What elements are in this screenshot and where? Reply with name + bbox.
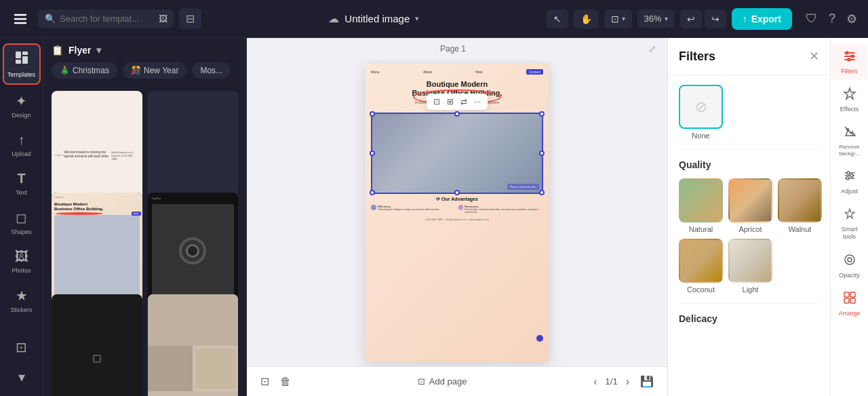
- filter-button[interactable]: ⊟: [179, 8, 201, 29]
- right-sidebar-adjust[interactable]: Adjust: [832, 163, 867, 200]
- prev-page-button[interactable]: ‹: [591, 373, 599, 391]
- search-bar[interactable]: 🔍 🖼: [38, 9, 174, 28]
- page-label: Page 1: [258, 44, 648, 54]
- grid-layout-button[interactable]: ⊞: [444, 96, 456, 108]
- svg-point-18: [847, 172, 850, 174]
- tag-new-year[interactable]: 🎊 New Year: [123, 62, 186, 79]
- svg-rect-6: [16, 60, 21, 64]
- filter-walnut[interactable]: Walnut: [778, 178, 822, 233]
- filters-close-button[interactable]: ✕: [809, 49, 819, 64]
- stickers-icon: ★: [16, 288, 28, 304]
- text-icon: T: [17, 171, 25, 186]
- canvas-footer: +123 456 7890 info@capcut.com www.capcut…: [371, 218, 543, 221]
- export-label: Export: [751, 14, 781, 24]
- expand-icon[interactable]: ⤢: [648, 43, 656, 54]
- svg-marker-13: [844, 88, 855, 99]
- template-card-5[interactable]: [52, 294, 142, 396]
- right-filters-label: Filters: [841, 68, 858, 75]
- frame-bottom-button[interactable]: ⊡: [258, 372, 272, 391]
- delete-button[interactable]: 🗑: [277, 372, 294, 391]
- upload-sidebar-icon: ↑: [18, 132, 25, 148]
- handle-bottom-left[interactable]: [370, 190, 375, 195]
- title-chevron[interactable]: ▾: [415, 14, 419, 23]
- new-year-label: New Year: [144, 66, 178, 75]
- tag-more[interactable]: Mos...: [192, 62, 231, 79]
- export-button[interactable]: ↑ Export: [732, 8, 792, 30]
- sidebar-item-templates[interactable]: Templates: [3, 43, 41, 85]
- flyer-label: Flyer: [68, 45, 91, 56]
- handle-middle-left[interactable]: [370, 151, 375, 156]
- next-page-button[interactable]: ›: [623, 373, 632, 391]
- search-input[interactable]: [60, 14, 155, 24]
- filters-right-icon: [843, 49, 856, 66]
- right-opacity-label: Opacity: [839, 272, 860, 279]
- right-sidebar-smart-tools[interactable]: Smart tools: [832, 201, 867, 246]
- template-card-6[interactable]: COLLOCATION: [148, 294, 239, 396]
- redo-button[interactable]: ↪: [705, 9, 726, 28]
- filter-natural-thumb: [679, 178, 723, 222]
- sidebar-item-more[interactable]: ▾: [3, 363, 41, 391]
- filter-light-thumb: [728, 239, 772, 283]
- right-sidebar-filters[interactable]: Filters: [832, 43, 867, 80]
- sidebar-item-text[interactable]: T Text: [3, 165, 41, 201]
- sidebar-label-shapes: Shapes: [11, 229, 32, 235]
- right-sidebar-opacity[interactable]: Opacity: [832, 248, 867, 284]
- quality-title: Quality: [679, 159, 819, 170]
- filter-none-label: None: [692, 132, 709, 140]
- more-options-button[interactable]: ···: [471, 96, 484, 108]
- canvas-container[interactable]: MenuAboutNew Contact Boutique ModernBusi…: [247, 60, 667, 366]
- add-page-button[interactable]: ⊡ Add page: [418, 376, 467, 387]
- filter-light[interactable]: Light: [728, 239, 772, 294]
- zoom-control[interactable]: 36% ▾: [637, 9, 675, 28]
- swap-button[interactable]: ⇄: [458, 96, 470, 108]
- canvas-flyer-content: MenuAboutNew Contact Boutique ModernBusi…: [366, 64, 549, 362]
- add-page-icon: ⊡: [418, 376, 425, 387]
- image-search-icon[interactable]: 🖼: [159, 14, 167, 24]
- filter-apricot[interactable]: Apricot: [728, 178, 772, 233]
- templates-grid: CapCut We look forward to sharing this s…: [43, 85, 246, 396]
- crop-button[interactable]: ⊡: [431, 96, 443, 108]
- sidebar-item-upload[interactable]: ↑ Upload: [3, 127, 41, 163]
- more-tag-label: Mos...: [200, 66, 222, 75]
- svg-rect-3: [16, 52, 21, 58]
- select-tool-button[interactable]: ↖: [547, 9, 568, 28]
- filter-none[interactable]: ⊘ None: [679, 85, 723, 140]
- frame-tool-button[interactable]: ⊡ ▾: [604, 9, 632, 28]
- sidebar-item-stickers[interactable]: ★ Stickers: [3, 282, 41, 319]
- sidebar-item-photos[interactable]: 🖼 Photos: [3, 243, 41, 279]
- handle-top-right[interactable]: [539, 111, 545, 117]
- shield-button[interactable]: 🛡: [803, 9, 821, 29]
- right-adjust-label: Adjust: [841, 188, 858, 195]
- filters-title: Filters: [679, 50, 715, 64]
- selected-image-container[interactable]: ⊡ ⊞ ⇄ ··· Place a delicious offer: [371, 113, 543, 194]
- tag-christmas[interactable]: 🎄 Christmas: [52, 62, 117, 79]
- design-icon: ✦: [16, 93, 27, 109]
- handle-top-middle[interactable]: [454, 111, 460, 117]
- filter-apricot-label: Apricot: [738, 225, 762, 233]
- filter-coconut[interactable]: Coconut: [679, 239, 723, 294]
- hand-tool-button[interactable]: ✋: [574, 9, 599, 28]
- canvas-selected-image[interactable]: Place a delicious offer: [371, 113, 543, 194]
- handle-middle-right[interactable]: [539, 151, 545, 156]
- handle-bottom-middle[interactable]: [454, 190, 460, 195]
- christmas-icon: 🎄: [60, 66, 70, 75]
- filter-none-thumb: ⊘: [679, 85, 723, 129]
- document-title[interactable]: Untitled image: [344, 13, 410, 24]
- right-sidebar-remove-bg[interactable]: Remove backgr...: [832, 119, 867, 162]
- canvas-page: MenuAboutNew Contact Boutique ModernBusi…: [366, 64, 549, 362]
- help-button[interactable]: ?: [826, 9, 838, 29]
- filter-natural[interactable]: Natural: [679, 178, 723, 233]
- save-to-library-button[interactable]: 💾: [637, 372, 656, 391]
- opacity-icon: [843, 253, 856, 270]
- flyer-chevron[interactable]: ▾: [96, 45, 101, 56]
- right-sidebar-effects[interactable]: Effects: [832, 81, 867, 118]
- right-sidebar-arrange[interactable]: Arrange: [832, 285, 867, 322]
- handle-bottom-right[interactable]: [539, 190, 545, 195]
- sidebar-item-design[interactable]: ✦ Design: [3, 87, 41, 124]
- settings-button[interactable]: ⚙: [844, 9, 860, 29]
- right-arrange-label: Arrange: [838, 310, 860, 317]
- sidebar-item-shapes[interactable]: ◻ Shapes: [3, 204, 41, 241]
- undo-button[interactable]: ↩: [680, 9, 702, 28]
- svg-point-20: [846, 177, 849, 180]
- sidebar-item-frames[interactable]: ⊡: [3, 334, 41, 361]
